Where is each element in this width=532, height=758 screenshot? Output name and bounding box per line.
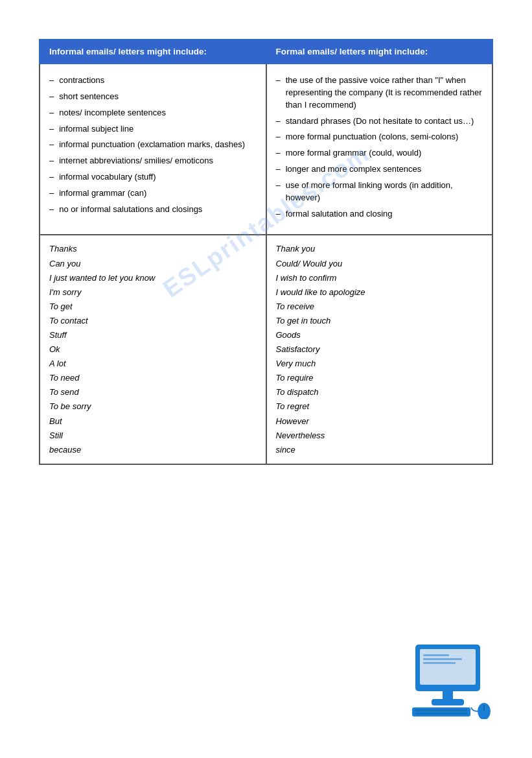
- formal-header: Formal emails/ letters might include:: [266, 40, 493, 64]
- svg-rect-9: [423, 662, 456, 664]
- vocab-item: Thank you: [276, 242, 483, 256]
- comparison-table: Informal emails/ letters might include: …: [39, 39, 493, 465]
- vocab-item: Nevertheless: [276, 429, 483, 443]
- vocab-item: Still: [49, 429, 257, 443]
- computer-icon: [409, 641, 493, 719]
- vocab-item: I just wanted to let you know: [49, 271, 257, 285]
- vocab-item: I wish to confirm: [276, 271, 483, 285]
- informal-bullet-list: contractionsshort sentencesnotes/ incomp…: [49, 75, 257, 216]
- list-item: informal punctuation (exclamation marks,…: [49, 139, 257, 151]
- vocab-item: To get in touch: [276, 314, 483, 328]
- vocab-item: A lot: [49, 357, 257, 371]
- vocab-item: To send: [49, 385, 257, 399]
- vocab-item: But: [49, 414, 257, 429]
- list-item: informal subject line: [49, 123, 257, 136]
- vocab-item: Thanks: [49, 242, 257, 256]
- vocab-item: To need: [49, 371, 257, 385]
- list-item: standard phrases (Do not hesitate to con…: [276, 115, 483, 128]
- list-item: the use of the passive voice rather than…: [276, 75, 483, 112]
- svg-rect-8: [423, 658, 462, 660]
- vocab-item: Stuff: [49, 328, 257, 342]
- list-item: notes/ incomplete sentences: [49, 107, 257, 119]
- svg-rect-2: [443, 691, 453, 699]
- vocab-item: Very much: [276, 357, 483, 371]
- vocab-item: Goods: [276, 328, 483, 342]
- vocab-item: since: [276, 443, 483, 457]
- list-item: informal grammar (can): [49, 187, 257, 200]
- svg-rect-6: [415, 713, 467, 715]
- vocab-item: To receive: [276, 300, 483, 314]
- vocab-item: Could/ Would you: [276, 257, 483, 271]
- vocab-item: However: [276, 414, 483, 429]
- list-item: more formal grammar (could, would): [276, 147, 483, 160]
- list-item: no or informal salutations and closings: [49, 204, 257, 216]
- formal-vocab: Thank youCould/ Would youI wish to confi…: [266, 235, 493, 464]
- list-item: more formal punctuation (colons, semi-co…: [276, 131, 483, 143]
- vocab-item: To get: [49, 300, 257, 314]
- svg-rect-5: [415, 709, 467, 711]
- informal-vocab: ThanksCan youI just wanted to let you kn…: [40, 235, 266, 464]
- list-item: short sentences: [49, 91, 257, 103]
- vocab-item: because: [49, 443, 257, 457]
- list-item: use of more formal linking words (in add…: [276, 180, 483, 204]
- vocab-item: Ok: [49, 342, 257, 357]
- list-item: longer and more complex sentences: [276, 163, 483, 176]
- list-item: contractions: [49, 75, 257, 87]
- vocab-item: Can you: [49, 257, 257, 271]
- formal-content: the use of the passive voice rather than…: [266, 64, 493, 235]
- vocab-item: To regret: [276, 399, 483, 414]
- vocab-item: To contact: [49, 314, 257, 328]
- vocab-item: To dispatch: [276, 385, 483, 399]
- svg-rect-4: [412, 707, 470, 717]
- informal-content: contractionsshort sentencesnotes/ incomp…: [40, 64, 266, 235]
- list-item: internet abbreviations/ smilies/ emotico…: [49, 155, 257, 167]
- formal-bullet-list: the use of the passive voice rather than…: [276, 75, 483, 220]
- vocab-item: To require: [276, 371, 483, 385]
- vocab-item: I would like to apologize: [276, 285, 483, 300]
- informal-header: Informal emails/ letters might include:: [40, 40, 266, 64]
- vocab-item: To be sorry: [49, 399, 257, 414]
- svg-rect-7: [423, 654, 449, 656]
- vocab-item: Satisfactory: [276, 342, 483, 357]
- list-item: formal salutation and closing: [276, 208, 483, 220]
- svg-rect-3: [432, 699, 464, 705]
- vocab-item: I'm sorry: [49, 285, 257, 300]
- list-item: informal vocabulary (stuff): [49, 171, 257, 184]
